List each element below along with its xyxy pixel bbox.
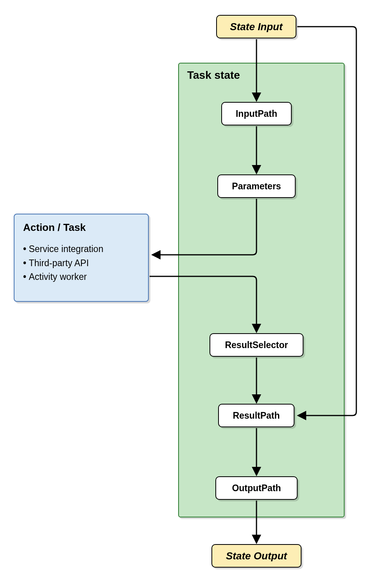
- inputpath-node: InputPath: [221, 102, 292, 125]
- resultselector-node: ResultSelector: [209, 333, 303, 357]
- parameters-node: Parameters: [217, 174, 296, 198]
- resultpath-node: ResultPath: [218, 404, 294, 427]
- parameters-label: Parameters: [232, 181, 281, 192]
- inputpath-label: InputPath: [236, 109, 277, 119]
- task-state-container: [178, 63, 345, 517]
- action-task-title: Action / Task: [23, 221, 139, 234]
- action-task-item: Third-party API: [23, 256, 139, 270]
- state-input-label: State Input: [230, 21, 282, 33]
- action-task-box: Action / Task Service integration Third-…: [14, 214, 149, 302]
- action-task-list: Service integration Third-party API Acti…: [23, 242, 139, 284]
- resultpath-label: ResultPath: [233, 410, 280, 421]
- state-input-node: State Input: [216, 15, 296, 38]
- action-task-item: Activity worker: [23, 270, 139, 284]
- state-output-label: State Output: [226, 550, 287, 562]
- task-state-title: Task state: [187, 69, 240, 82]
- outputpath-label: OutputPath: [232, 483, 281, 494]
- outputpath-node: OutputPath: [215, 476, 298, 500]
- state-output-node: State Output: [211, 544, 302, 568]
- resultselector-label: ResultSelector: [225, 340, 288, 350]
- action-task-item: Service integration: [23, 242, 139, 256]
